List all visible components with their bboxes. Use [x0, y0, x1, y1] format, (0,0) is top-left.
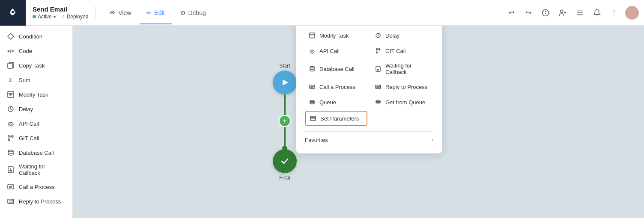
popup-item-modify-task[interactable]: Modify Task — [305, 29, 367, 42]
popup-label-waiting-for-callback: Waiting for Callback — [385, 62, 430, 75]
tab-edit[interactable]: ✏ Edit — [140, 6, 171, 20]
sidebar-item-waiting-for-callback[interactable]: Waiting for Callback — [0, 160, 72, 180]
flow-diagram: Start + Final — [273, 63, 297, 181]
edit-icon: ✏ — [146, 9, 152, 16]
redo-button[interactable]: ↪ — [521, 5, 536, 21]
sidebar-label-delay: Delay — [19, 106, 33, 112]
info-button[interactable] — [538, 5, 553, 21]
list-icon — [576, 9, 584, 17]
api-call-icon — [7, 120, 15, 127]
popup-item-api-call[interactable]: API Call — [305, 44, 367, 58]
view-icon: 👁 — [109, 9, 116, 16]
sidebar-item-reply-to-process[interactable]: Reply to Process — [0, 194, 72, 209]
sidebar-label-database-call: Database Call — [19, 150, 54, 156]
sidebar: Condition </> Code Copy Task Σ Sum — [0, 26, 73, 218]
popup-get-from-queue-icon — [374, 98, 382, 106]
logo-area[interactable] — [0, 0, 26, 26]
popup-item-delay[interactable]: Delay — [371, 29, 433, 42]
sidebar-item-call-a-process[interactable]: Call a Process — [0, 180, 72, 194]
header: Send Email Active ▾ ✓ Deployed 👁 View ✏ … — [0, 0, 644, 26]
list-button[interactable] — [572, 5, 587, 21]
tab-view[interactable]: 👁 View — [102, 6, 138, 20]
more-button[interactable]: ⋮ — [606, 5, 622, 21]
popup-label-database-call: Database Call — [319, 66, 355, 72]
status-row: Active ▾ ✓ Deployed — [33, 14, 88, 20]
popup-item-copy-task[interactable]: Copy Task — [305, 26, 367, 27]
popup-item-set-parameters[interactable]: Set Parameters — [305, 111, 367, 126]
sidebar-label-sum: Sum — [19, 77, 30, 83]
svg-point-35 — [376, 49, 378, 50]
popup-favorites-label: Favorites — [305, 137, 328, 143]
popup-label-queue: Queue — [319, 99, 336, 106]
popup-item-call-a-process[interactable]: Call a Process — [305, 80, 367, 94]
popup-divider — [305, 131, 433, 132]
svg-point-18 — [8, 139, 10, 141]
svg-rect-51 — [310, 116, 316, 121]
end-node[interactable] — [273, 149, 297, 173]
popup-item-reply-to-process[interactable]: Reply to Process — [371, 80, 433, 94]
final-label: Final — [279, 175, 290, 181]
sidebar-item-git-call[interactable]: GIT Call — [0, 131, 72, 145]
reply-to-process-icon — [7, 197, 15, 205]
popup-modify-task-icon — [308, 32, 316, 39]
svg-point-1 — [12, 11, 14, 13]
sidebar-label-call-a-process: Call a Process — [19, 184, 55, 190]
popup-favorites-arrow: › — [432, 137, 433, 143]
copy-task-icon — [7, 62, 15, 69]
popup-waiting-for-callback-icon — [374, 65, 382, 73]
call-a-process-icon — [7, 183, 15, 191]
app-title: Send Email — [33, 6, 88, 13]
popup-item-queue[interactable]: Queue — [305, 95, 367, 109]
sidebar-item-condition[interactable]: Condition — [0, 29, 72, 44]
sidebar-label-code: Code — [19, 48, 32, 54]
add-user-button[interactable] — [555, 5, 570, 21]
popup-item-sum[interactable]: Σ Sum — [371, 26, 433, 27]
add-node-button[interactable]: + — [279, 115, 291, 127]
debug-icon: ⚙ — [180, 9, 186, 16]
database-call-icon — [7, 149, 15, 156]
check-icon — [280, 156, 289, 166]
code-icon: </> — [7, 47, 15, 55]
popup-label-delay: Delay — [385, 32, 400, 39]
svg-rect-11 — [8, 63, 12, 68]
popup-git-call-icon — [374, 47, 382, 55]
popup-label-api-call: API Call — [319, 48, 340, 54]
sum-icon: Σ — [7, 76, 15, 84]
popup-set-parameters-icon — [309, 115, 317, 122]
bell-button[interactable] — [589, 5, 605, 21]
sidebar-label-waiting-for-callback: Waiting for Callback — [19, 163, 66, 176]
active-dot — [33, 15, 36, 18]
sidebar-item-sum[interactable]: Σ Sum — [0, 73, 72, 87]
status-deployed: ✓ Deployed — [61, 14, 89, 20]
status-active[interactable]: Active ▾ — [33, 14, 56, 20]
popup-item-get-from-queue[interactable]: Get from Queue — [371, 95, 433, 109]
svg-point-5 — [561, 10, 563, 12]
sidebar-item-database-call[interactable]: Database Call — [0, 145, 72, 160]
undo-button[interactable]: ↩ — [504, 5, 519, 21]
sidebar-item-delay[interactable]: Delay — [0, 102, 72, 116]
tab-view-label: View — [118, 9, 131, 16]
sidebar-label-reply-to-process: Reply to Process — [19, 198, 61, 205]
popup-item-waiting-for-callback[interactable]: Waiting for Callback — [371, 59, 433, 78]
popup-favorites[interactable]: Favorites › — [305, 135, 433, 145]
popup-label-get-from-queue: Get from Queue — [385, 99, 425, 106]
popup-item-git-call[interactable]: GIT Call — [371, 44, 433, 58]
tab-debug[interactable]: ⚙ Debug — [173, 6, 213, 20]
svg-point-50 — [376, 100, 380, 102]
sidebar-item-copy-task[interactable]: Copy Task — [0, 58, 72, 73]
flow-line-2 — [284, 126, 286, 147]
popup-database-call-icon — [308, 65, 316, 73]
start-node[interactable] — [273, 71, 297, 94]
popup-label-set-parameters: Set Parameters — [320, 115, 359, 122]
title-area: Send Email Active ▾ ✓ Deployed — [26, 6, 95, 20]
svg-rect-40 — [376, 66, 380, 71]
tab-debug-label: Debug — [188, 9, 206, 16]
sidebar-label-copy-task: Copy Task — [19, 62, 45, 69]
modify-task-icon — [7, 91, 15, 98]
popup-item-database-call[interactable]: Database Call — [305, 59, 367, 78]
popup-label-modify-task: Modify Task — [319, 32, 349, 39]
sidebar-item-modify-task[interactable]: Modify Task — [0, 87, 72, 102]
sidebar-item-api-call[interactable]: API Call — [0, 116, 72, 131]
logo-icon — [6, 6, 20, 20]
sidebar-item-code[interactable]: </> Code — [0, 44, 72, 58]
